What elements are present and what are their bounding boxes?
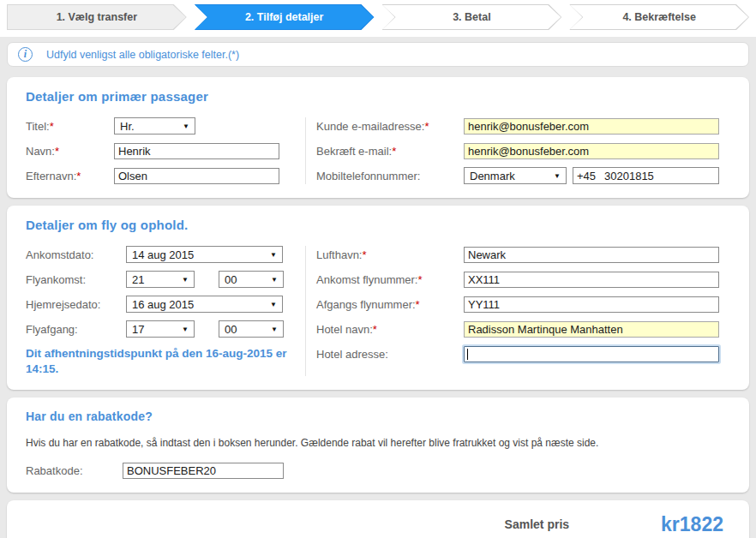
hotel-name-input[interactable] [464, 321, 719, 338]
arrival-flight-row: Ankomst flynummer:* [316, 271, 725, 288]
last-name-input[interactable] [114, 168, 279, 184]
dropdown-caret-icon: ▼ [271, 326, 278, 333]
total-price-panel: Samlet pris kr1822 [7, 500, 749, 538]
first-name-row: Navn:* [26, 142, 305, 159]
required-asterisk: * [392, 145, 396, 158]
arrival-minute-select[interactable]: 00 ▼ [219, 271, 284, 288]
hotel-address-field [464, 346, 719, 362]
dropdown-caret-icon: ▼ [270, 301, 277, 308]
last-name-label: Efternavn:* [26, 170, 114, 182]
departure-flight-row: Afgangs flynummer:* [316, 296, 725, 313]
discount-code-row: Rabatkode: [26, 463, 749, 479]
discount-description: Hvis du har en rabatkode, så indtast den… [26, 437, 749, 449]
discount-code-label: Rabatkode: [26, 464, 123, 477]
required-asterisk: * [55, 145, 59, 158]
flight-right-column: Lufthavn:* Ankomst flynummer:* Afgangs f… [305, 246, 749, 376]
discount-panel: Har du en rabatkode? Hvis du har en raba… [7, 398, 749, 493]
total-price-label: Samlet pris [505, 517, 569, 531]
phone-country-select[interactable]: Denmark ▼ [464, 167, 567, 184]
dropdown-caret-icon: ▼ [183, 123, 189, 130]
discount-section-title: Har du en rabatkode? [26, 409, 749, 423]
return-date-select[interactable]: 16 aug 2015 ▼ [126, 296, 283, 313]
pickup-time-note: Dit afhentningstidspunkt på den 16-aug-2… [26, 346, 309, 376]
departure-hour-select[interactable]: 17 ▼ [126, 320, 195, 338]
step-bekraeftelse[interactable]: 4. Bekræftelse [569, 4, 749, 30]
hotel-address-input[interactable] [464, 346, 719, 362]
step-vaelg-transfer[interactable]: 1. Vælg transfer [7, 4, 187, 30]
return-date-label: Hjemrejsedato: [26, 298, 126, 311]
departure-flight-input[interactable] [464, 296, 719, 313]
airport-input[interactable] [464, 247, 719, 263]
arrival-date-label: Ankomstdato: [26, 248, 126, 261]
hotel-address-label: Hotel adresse: [316, 348, 464, 361]
confirm-email-label: Bekræft e-mail:* [316, 145, 464, 158]
email-input[interactable] [464, 118, 719, 134]
required-asterisk: * [76, 170, 81, 182]
step-tilfoej-detaljer[interactable]: 2. Tilføj detaljer [195, 4, 375, 30]
arrival-date-row: Ankomstdato: 14 aug 2015 ▼ [26, 246, 305, 263]
flight-details-panel: Detaljer om fly og ophold. Ankomstdato: … [7, 206, 749, 390]
first-name-input[interactable] [114, 143, 279, 159]
departure-minute-select[interactable]: 00 ▼ [219, 320, 284, 338]
flight-left-column: Ankomstdato: 14 aug 2015 ▼ Flyankomst: 2… [7, 246, 305, 376]
page: 1. Vælg transfer 2. Tilføj detaljer 3. B… [0, 0, 756, 538]
arrival-hour-select[interactable]: 21 ▼ [126, 271, 195, 288]
required-asterisk: * [417, 273, 422, 286]
first-name-label: Navn:* [26, 145, 114, 158]
confirm-email-row: Bekræft e-mail:* [316, 142, 725, 159]
phone-country-code: +45 [573, 170, 603, 182]
confirm-email-input[interactable] [464, 143, 719, 159]
passenger-left-column: Titel:* Hr. ▼ Navn:* Efternavn:* [7, 117, 305, 184]
flight-section-title: Detaljer om fly og ophold. [26, 218, 749, 232]
hotel-name-row: Hotel navn:* [316, 320, 725, 338]
title-select[interactable]: Hr. ▼ [114, 117, 195, 134]
dropdown-caret-icon: ▼ [182, 326, 189, 333]
airport-row: Lufthavn:* [316, 246, 725, 263]
title-select-value: Hr. [120, 120, 135, 133]
required-asterisk: * [373, 323, 377, 336]
required-asterisk: * [424, 120, 429, 133]
passenger-right-column: Kunde e-mailadresse:* Bekræft e-mail:* M… [305, 117, 749, 184]
hotel-name-label: Hotel navn:* [316, 323, 464, 336]
last-name-row: Efternavn:* [26, 167, 305, 184]
discount-code-input[interactable] [123, 463, 284, 479]
return-date-value: 16 aug 2015 [132, 298, 194, 311]
required-asterisk: * [416, 298, 420, 311]
total-price-value: kr1822 [661, 513, 723, 536]
phone-number-field: +45 [573, 167, 719, 184]
passenger-details-panel: Detaljer om primær passager Titel:* Hr. … [7, 77, 749, 198]
arrival-minute-value: 00 [225, 273, 237, 286]
phone-row: Mobiltelefonnummer: Denmark ▼ +45 [316, 167, 725, 184]
email-row: Kunde e-mailadresse:* [316, 117, 725, 134]
departure-time-row: Flyafgang: 17 ▼ 00 ▼ [26, 320, 305, 338]
required-asterisk: * [363, 248, 367, 261]
wizard-steps: 1. Vælg transfer 2. Tilføj detaljer 3. B… [7, 4, 749, 30]
return-date-row: Hjemrejsedato: 16 aug 2015 ▼ [26, 296, 305, 313]
dropdown-caret-icon: ▼ [554, 172, 561, 180]
info-icon: i [18, 47, 33, 62]
airport-label: Lufthavn:* [316, 248, 464, 261]
arrival-time-row: Flyankomst: 21 ▼ 00 ▼ [26, 271, 305, 288]
arrival-hour-value: 21 [132, 273, 144, 286]
arrival-date-select[interactable]: 14 aug 2015 ▼ [126, 246, 283, 263]
arrival-flight-input[interactable] [464, 272, 719, 288]
dropdown-caret-icon: ▼ [182, 276, 189, 284]
departure-minute-value: 00 [225, 323, 237, 336]
dropdown-caret-icon: ▼ [271, 276, 278, 284]
required-asterisk: * [50, 120, 54, 133]
notice-text: Udfyld venligst alle obligatoriske felte… [46, 49, 239, 61]
passenger-section-title: Detaljer om primær passager [26, 89, 749, 104]
text-cursor [467, 349, 468, 360]
phone-country-value: Denmark [470, 170, 515, 182]
step-betal[interactable]: 3. Betal [382, 4, 562, 30]
step-label: 2. Tilføj detaljer [195, 4, 375, 30]
title-label: Titel:* [26, 120, 114, 133]
departure-time-label: Flyafgang: [26, 323, 126, 336]
notice-bar: i Udfyld venligst alle obligatoriske fel… [7, 42, 749, 67]
hotel-address-row: Hotel adresse: [316, 345, 725, 362]
departure-flight-label: Afgangs flynummer:* [316, 298, 464, 311]
step-label: 4. Bekræftelse [569, 4, 749, 30]
departure-hour-value: 17 [132, 323, 144, 336]
step-label: 1. Vælg transfer [7, 4, 187, 30]
phone-number-input[interactable] [603, 169, 718, 182]
